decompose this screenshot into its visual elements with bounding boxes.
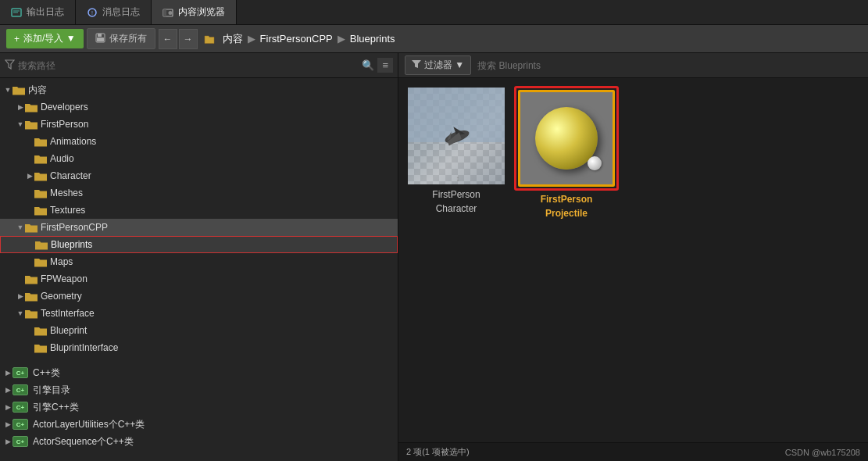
- save-all-label: 保存所有: [109, 32, 147, 45]
- forward-button[interactable]: →: [179, 29, 198, 49]
- actor-layer-icon: C+: [13, 419, 28, 430]
- character-thumbnail: ↕: [408, 88, 505, 184]
- tree-item-developers[interactable]: Developers: [0, 98, 398, 116]
- root-arrow: [3, 85, 13, 95]
- filter-search-input[interactable]: [477, 60, 862, 71]
- tree-item-firstperson[interactable]: FirstPerson: [0, 116, 398, 133]
- tab-content-browser[interactable]: 内容浏览器: [152, 0, 237, 24]
- svg-rect-6: [163, 9, 166, 16]
- blueprintinterface-folder-icon: [34, 343, 47, 353]
- toolbar: + 添加/导入 ▼ 保存所有 ← → 内容 ▶ FirstPersonCPP ▶…: [0, 25, 868, 53]
- status-count: 2 项(1 项被选中): [406, 446, 470, 458]
- tree-item-cpp-class[interactable]: C+ C++类: [0, 364, 398, 381]
- tree-item-fpweapon[interactable]: FPWeapon: [0, 270, 398, 288]
- right-panel: 过滤器 ▼: [398, 53, 868, 461]
- tree-item-testinterface[interactable]: TestInterface: [0, 305, 398, 322]
- blueprints-folder-icon: [35, 240, 48, 250]
- left-panel: 🔍 ≡ 内容 Developers FirstPerson: [0, 53, 398, 461]
- tree-item-textures[interactable]: Textures: [0, 202, 398, 219]
- svg-marker-12: [412, 60, 421, 68]
- svg-point-7: [169, 11, 173, 15]
- filter-label: 过滤器 ▼: [424, 59, 464, 72]
- tab-output-log[interactable]: 输出日志: [0, 0, 76, 24]
- fp-character-thumb: ↕: [406, 86, 506, 186]
- list-view-button[interactable]: ≡: [377, 58, 393, 73]
- red-selection-border: [514, 86, 619, 191]
- filter-button[interactable]: 过滤器 ▼: [405, 55, 471, 75]
- tree-root-content[interactable]: 内容: [0, 81, 398, 98]
- tree-item-audio[interactable]: Audio: [0, 150, 398, 167]
- cpp-class-icon: C+: [13, 367, 28, 378]
- asset-fp-projectile[interactable]: FirstPerson Projectile: [514, 86, 619, 219]
- svg-text:↕: ↕: [456, 174, 460, 183]
- add-import-label: 添加/导入 ▼: [23, 32, 76, 45]
- tree-view: 内容 Developers FirstPerson Animations: [0, 78, 398, 461]
- firstpersoncpp-folder-icon: [25, 223, 38, 233]
- animations-folder-icon: [34, 137, 47, 147]
- sphere-small: [588, 156, 602, 170]
- add-import-button[interactable]: + 添加/导入 ▼: [6, 29, 84, 48]
- output-log-icon: [11, 7, 22, 18]
- svg-rect-9: [98, 34, 102, 37]
- status-bar: 2 项(1 项被选中) CSDN @wb175208: [398, 442, 868, 461]
- svg-rect-10: [97, 38, 104, 41]
- fp-projectile-thumb: [518, 90, 615, 187]
- tree-item-meshes[interactable]: Meshes: [0, 184, 398, 202]
- blueprint-folder-icon: [34, 326, 47, 336]
- filter-icon: [5, 59, 15, 71]
- tab-bar: 输出日志 ! 消息日志 内容浏览器: [0, 0, 868, 25]
- fp-projectile-wrapper: [514, 86, 619, 191]
- breadcrumb-firstpersoncpp[interactable]: FirstPersonCPP: [260, 33, 333, 45]
- tree-item-actor-layer[interactable]: C+ ActorLayerUtilities个C++类: [0, 416, 398, 433]
- tree-item-firstpersoncpp[interactable]: FirstPersonCPP: [0, 219, 398, 236]
- svg-marker-11: [5, 60, 14, 69]
- breadcrumb-content[interactable]: 内容: [223, 32, 243, 46]
- engine-dir-icon: C+: [13, 384, 28, 395]
- tree-item-engine-cpp[interactable]: C+ 引擎C++类: [0, 398, 398, 416]
- content-browser-icon: [163, 7, 173, 18]
- testinterface-folder-icon: [25, 309, 38, 319]
- tree-item-character[interactable]: Character: [0, 167, 398, 184]
- tree-item-blueprints[interactable]: Blueprints: [0, 236, 398, 253]
- tree-item-blueprintinterface[interactable]: BluprintInterface: [0, 339, 398, 356]
- actor-seq-icon: C+: [13, 436, 28, 447]
- status-credit: CSDN @wb175208: [785, 448, 860, 457]
- fp-projectile-label1: FirstPerson: [541, 194, 593, 205]
- tree-item-actor-seq[interactable]: C+ ActorSequence个C++类: [0, 433, 398, 450]
- svg-text:!: !: [91, 10, 93, 16]
- tree-item-blueprint[interactable]: Blueprint: [0, 322, 398, 339]
- fp-character-label2: Character: [436, 203, 477, 214]
- tree-item-geometry[interactable]: Geometry: [0, 288, 398, 305]
- developers-folder-icon: [25, 102, 38, 113]
- add-icon: +: [14, 34, 20, 45]
- back-button[interactable]: ←: [159, 29, 177, 49]
- tab-message-log-label: 消息日志: [102, 5, 140, 19]
- character-folder-icon: [34, 171, 47, 181]
- tree-item-maps[interactable]: Maps: [0, 253, 398, 270]
- maps-folder-icon: [34, 257, 47, 267]
- geometry-folder-icon: [25, 291, 38, 302]
- meshes-folder-icon: [34, 188, 47, 198]
- tab-output-log-label: 输出日志: [27, 5, 64, 19]
- content-area: ↕ FirstPerson Character: [398, 78, 868, 442]
- nav-arrows: ← →: [159, 29, 198, 49]
- main-layout: 🔍 ≡ 内容 Developers FirstPerson: [0, 53, 868, 461]
- folder-nav-icon: [204, 34, 215, 45]
- filter-icon: [412, 59, 421, 71]
- filter-bar: 过滤器 ▼: [398, 53, 868, 78]
- search-input[interactable]: [18, 60, 359, 71]
- save-all-button[interactable]: 保存所有: [87, 28, 155, 49]
- tree-item-engine-dir[interactable]: C+ 引擎目录: [0, 381, 398, 398]
- tab-message-log[interactable]: ! 消息日志: [76, 0, 152, 24]
- textures-folder-icon: [34, 205, 47, 216]
- asset-fp-character[interactable]: ↕ FirstPerson Character: [406, 86, 506, 219]
- projectile-thumbnail: [520, 92, 613, 184]
- fp-projectile-label2: Projectile: [545, 208, 588, 219]
- fp-character-label1: FirstPerson: [432, 189, 480, 200]
- root-folder-icon: [13, 85, 25, 95]
- search-button[interactable]: 🔍: [362, 59, 374, 71]
- audio-folder-icon: [34, 154, 47, 164]
- breadcrumb-blueprints[interactable]: Blueprints: [350, 33, 395, 45]
- tree-item-animations[interactable]: Animations: [0, 133, 398, 150]
- tab-content-browser-label: 内容浏览器: [178, 5, 225, 19]
